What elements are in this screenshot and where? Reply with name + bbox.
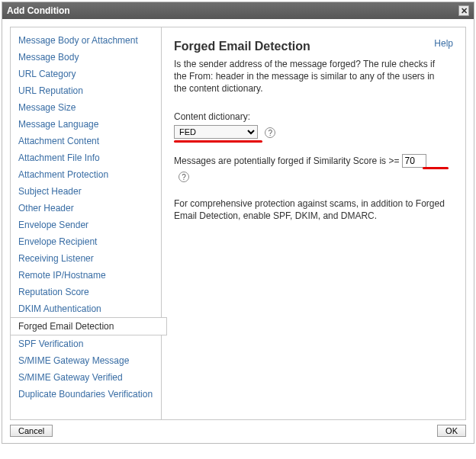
- sidebar-item[interactable]: Subject Header: [11, 183, 161, 200]
- highlight-annotation: [174, 140, 262, 143]
- sidebar-item[interactable]: Remote IP/Hostname: [11, 267, 161, 284]
- content-dictionary-label: Content dictionary:: [174, 111, 453, 122]
- similarity-score-input[interactable]: [402, 154, 426, 168]
- sidebar-item[interactable]: Attachment Protection: [11, 166, 161, 183]
- protection-note: For comprehensive protection against sca…: [174, 197, 453, 222]
- help-icon[interactable]: ?: [178, 172, 189, 182]
- page-description: Is the sender address of the message for…: [174, 58, 449, 95]
- window-title: Add Condition: [7, 5, 70, 16]
- dialog-window: Add Condition ✕ Message Body or Attachme…: [2, 2, 474, 444]
- sidebar-item[interactable]: Attachment Content: [11, 133, 161, 149]
- sidebar-item[interactable]: Forged Email Detection: [11, 317, 167, 335]
- content-dictionary-select[interactable]: FED: [174, 125, 258, 139]
- sidebar-item[interactable]: URL Category: [11, 66, 161, 82]
- main-pane: Help Forged Email Detection Is the sende…: [162, 27, 465, 419]
- sidebar-item[interactable]: Message Body or Attachment: [11, 32, 161, 49]
- similarity-text: Messages are potentially forged if Simil…: [174, 153, 399, 169]
- dialog-footer: Cancel OK: [10, 420, 466, 437]
- sidebar-item[interactable]: URL Reputation: [11, 82, 161, 99]
- titlebar: Add Condition ✕: [2, 2, 474, 19]
- sidebar-item[interactable]: Envelope Sender: [11, 217, 161, 233]
- sidebar-item[interactable]: Envelope Recipient: [11, 233, 161, 250]
- highlight-annotation: [423, 167, 449, 169]
- sidebar-item[interactable]: Message Body: [11, 49, 161, 66]
- sidebar-item[interactable]: Message Language: [11, 116, 161, 133]
- sidebar-item[interactable]: SPF Verification: [11, 335, 161, 352]
- sidebar-item[interactable]: Reputation Score: [11, 284, 161, 300]
- sidebar-item[interactable]: Other Header: [11, 200, 161, 217]
- close-icon[interactable]: ✕: [458, 5, 469, 16]
- help-icon[interactable]: ?: [265, 127, 275, 138]
- sidebar-item[interactable]: S/MIME Gateway Verified: [11, 369, 161, 386]
- help-link[interactable]: Help: [434, 38, 453, 49]
- sidebar-item[interactable]: DKIM Authentication: [11, 300, 161, 317]
- sidebar-item[interactable]: Attachment File Info: [11, 149, 161, 166]
- sidebar-item[interactable]: Duplicate Boundaries Verification: [11, 386, 161, 403]
- page-heading: Forged Email Detection: [174, 40, 453, 53]
- cancel-button[interactable]: Cancel: [10, 425, 53, 437]
- ok-button[interactable]: OK: [437, 425, 466, 437]
- sidebar: Message Body or AttachmentMessage BodyUR…: [11, 27, 162, 419]
- sidebar-item[interactable]: Message Size: [11, 99, 161, 116]
- sidebar-item[interactable]: S/MIME Gateway Message: [11, 352, 161, 369]
- sidebar-item[interactable]: Receiving Listener: [11, 250, 161, 267]
